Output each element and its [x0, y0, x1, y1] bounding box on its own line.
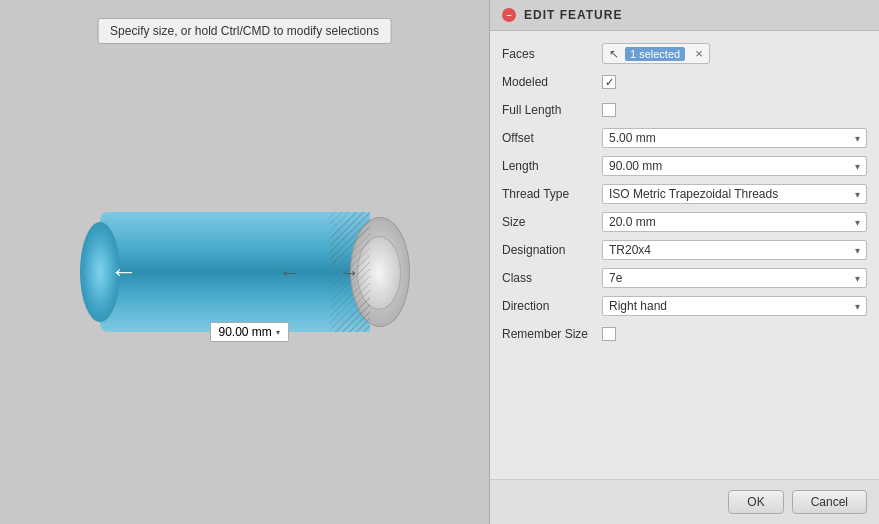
faces-row: Faces ↖ 1 selected × — [490, 39, 879, 68]
dimension-label[interactable]: 90.00 mm ▾ — [210, 322, 289, 342]
class-dropdown-arrow: ▾ — [855, 273, 860, 284]
dimension-dropdown-arrow[interactable]: ▾ — [276, 328, 280, 337]
edit-feature-panel: – EDIT FEATURE Faces ↖ 1 selected × Mode… — [489, 0, 879, 524]
designation-value: TR20x4 ▾ — [602, 240, 867, 260]
direction-row: Direction Right hand ▾ — [490, 292, 879, 320]
arrow-left2-icon: ← — [280, 261, 300, 284]
direction-dropdown[interactable]: Right hand ▾ — [602, 296, 867, 316]
size-dropdown[interactable]: 20.0 mm ▾ — [602, 212, 867, 232]
cursor-icon: ↖ — [609, 47, 619, 61]
class-value: 7e ▾ — [602, 268, 867, 288]
thread-type-label: Thread Type — [502, 187, 602, 201]
length-dropdown[interactable]: 90.00 mm ▾ — [602, 156, 867, 176]
thread-type-dropdown-arrow: ▾ — [855, 189, 860, 200]
direction-dropdown-arrow: ▾ — [855, 301, 860, 312]
size-row: Size 20.0 mm ▾ — [490, 208, 879, 236]
class-row: Class 7e ▾ — [490, 264, 879, 292]
canvas-area: Specify size, or hold Ctrl/CMD to modify… — [0, 0, 489, 524]
length-row: Length 90.00 mm ▾ — [490, 152, 879, 180]
designation-dropdown-text: TR20x4 — [609, 243, 851, 257]
class-dropdown[interactable]: 7e ▾ — [602, 268, 867, 288]
thread-type-row: Thread Type ISO Metric Trapezoidal Threa… — [490, 180, 879, 208]
middle-arrows: ← → — [280, 261, 360, 284]
panel-header: – EDIT FEATURE — [490, 0, 879, 31]
thread-type-dropdown[interactable]: ISO Metric Trapezoidal Threads ▾ — [602, 184, 867, 204]
remember-size-label: Remember Size — [502, 327, 602, 341]
modeled-label: Modeled — [502, 75, 602, 89]
cylinder-left-cap: ← — [80, 222, 120, 322]
3d-scene: ← ← → 90.00 mm ▾ — [50, 112, 440, 412]
thread-type-value: ISO Metric Trapezoidal Threads ▾ — [602, 184, 867, 204]
length-label: Length — [502, 159, 602, 173]
class-label: Class — [502, 271, 602, 285]
length-dropdown-text: 90.00 mm — [609, 159, 851, 173]
cancel-button[interactable]: Cancel — [792, 490, 867, 514]
modeled-value: ✓ — [602, 75, 867, 89]
size-dropdown-arrow: ▾ — [855, 217, 860, 228]
designation-dropdown-arrow: ▾ — [855, 245, 860, 256]
full-length-value — [602, 103, 867, 117]
remember-size-checkbox[interactable] — [602, 327, 616, 341]
dimension-value: 90.00 mm — [219, 325, 272, 339]
designation-dropdown[interactable]: TR20x4 ▾ — [602, 240, 867, 260]
offset-dropdown-text: 5.00 mm — [609, 131, 851, 145]
panel-title: EDIT FEATURE — [524, 8, 622, 22]
remember-size-row: Remember Size — [490, 320, 879, 348]
panel-content: Faces ↖ 1 selected × Modeled ✓ Full Leng… — [490, 31, 879, 479]
full-length-row: Full Length — [490, 96, 879, 124]
panel-footer: OK Cancel — [490, 479, 879, 524]
direction-dropdown-text: Right hand — [609, 299, 851, 313]
arrow-left-icon: ← — [110, 256, 138, 288]
direction-label: Direction — [502, 299, 602, 313]
size-dropdown-text: 20.0 mm — [609, 215, 851, 229]
faces-label: Faces — [502, 47, 602, 61]
ok-button[interactable]: OK — [728, 490, 783, 514]
arrow-right-icon: → — [340, 261, 360, 284]
offset-dropdown-arrow: ▾ — [855, 133, 860, 144]
offset-value: 5.00 mm ▾ — [602, 128, 867, 148]
offset-row: Offset 5.00 mm ▾ — [490, 124, 879, 152]
offset-label: Offset — [502, 131, 602, 145]
size-label: Size — [502, 215, 602, 229]
offset-dropdown[interactable]: 5.00 mm ▾ — [602, 128, 867, 148]
thread-type-dropdown-text: ISO Metric Trapezoidal Threads — [609, 187, 851, 201]
remember-size-value — [602, 327, 867, 341]
class-dropdown-text: 7e — [609, 271, 851, 285]
size-value: 20.0 mm ▾ — [602, 212, 867, 232]
faces-value: ↖ 1 selected × — [602, 43, 867, 64]
designation-row: Designation TR20x4 ▾ — [490, 236, 879, 264]
panel-close-icon[interactable]: – — [502, 8, 516, 22]
modeled-row: Modeled ✓ — [490, 68, 879, 96]
hint-bar: Specify size, or hold Ctrl/CMD to modify… — [97, 18, 392, 44]
length-dropdown-arrow: ▾ — [855, 161, 860, 172]
designation-label: Designation — [502, 243, 602, 257]
cylinder-wrapper: ← ← → 90.00 mm ▾ — [80, 212, 410, 332]
modeled-checkbox[interactable]: ✓ — [602, 75, 616, 89]
full-length-label: Full Length — [502, 103, 602, 117]
faces-selected-badge: 1 selected — [625, 47, 685, 61]
faces-clear-icon[interactable]: × — [695, 46, 703, 61]
full-length-checkbox[interactable] — [602, 103, 616, 117]
length-value: 90.00 mm ▾ — [602, 156, 867, 176]
hint-text: Specify size, or hold Ctrl/CMD to modify… — [110, 24, 379, 38]
direction-value: Right hand ▾ — [602, 296, 867, 316]
faces-selector[interactable]: ↖ 1 selected × — [602, 43, 710, 64]
